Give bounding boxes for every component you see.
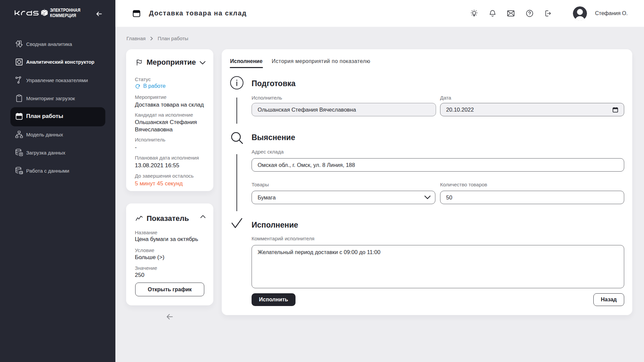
svg-text:SQL: SQL [20, 172, 23, 174]
